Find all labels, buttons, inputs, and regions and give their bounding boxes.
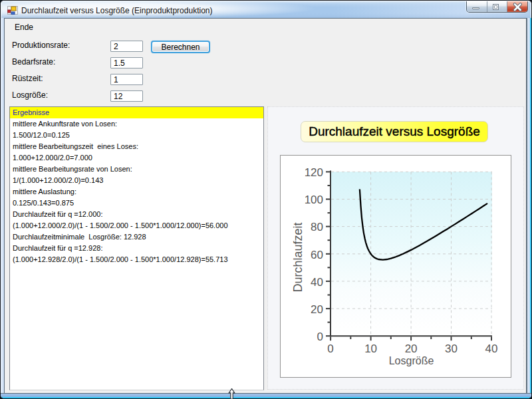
svg-text:30: 30 [445, 342, 458, 355]
svg-text:80: 80 [311, 221, 323, 233]
svg-text:0: 0 [327, 342, 333, 355]
svg-text:0: 0 [317, 331, 323, 343]
svg-text:120: 120 [305, 166, 323, 179]
svg-text:20: 20 [311, 303, 323, 316]
svg-text:100: 100 [305, 194, 323, 206]
svg-text:60: 60 [311, 249, 323, 261]
svg-text:10: 10 [364, 342, 377, 355]
svg-text:Losgröße: Losgröße [389, 355, 434, 366]
svg-text:20: 20 [405, 342, 418, 355]
svg-text:40: 40 [311, 276, 323, 289]
svg-text:40: 40 [485, 342, 498, 355]
svg-text:Durchlaufzeit: Durchlaufzeit [291, 222, 305, 292]
